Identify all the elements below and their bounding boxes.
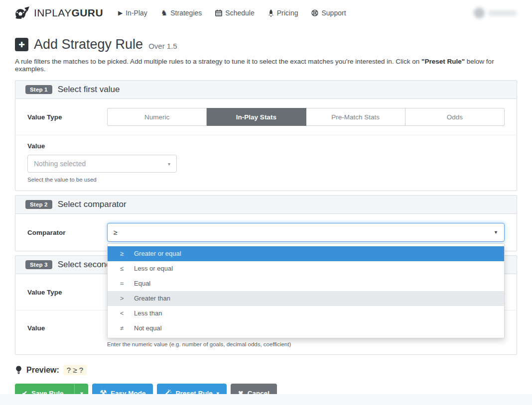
comparator-select-wrap: ≥ ▼ ≥ Greater or equal ≤ Less or equal =… [107,223,505,242]
option-label: Not equal [134,324,162,332]
eq-symbol: = [120,280,126,288]
user-menu[interactable] [474,7,517,18]
description-bold: "Preset Rule" [421,58,465,65]
lt-symbol: < [120,309,126,317]
value-type-label: Value Type [27,289,107,296]
value-label: Value [27,319,107,332]
step1-title: Select first value [58,85,120,95]
navbar: INPLAYGURU ▶ In-Play ♞ Strategies Schedu [0,0,532,26]
option-less-or-equal[interactable]: ≤ Less or equal [108,261,504,276]
value-label: Value [27,142,505,150]
main-content: ✚ Add Strategy Rule Over 1.5 A rule filt… [0,37,532,403]
rocket-icon [268,9,274,17]
nav-label: Schedule [225,9,254,17]
option-equal[interactable]: = Equal [108,276,504,291]
nav-item-schedule[interactable]: Schedule [215,8,254,17]
nav-item-support[interactable]: Support [311,8,346,17]
value-type-prematch-stats-button[interactable]: Pre-Match Stats [306,108,405,126]
option-label: Less than [134,309,162,317]
nav-label: Strategies [170,9,202,17]
step2-header: Step 2 Select comparator [15,196,517,214]
rule-preview: Preview: ? ≥ ? [15,365,517,375]
option-less-than[interactable]: < Less than [108,306,504,321]
step2-comparator-row: Comparator ≥ ▼ ≥ Greater or equal ≤ Less… [15,214,517,251]
gt-symbol: > [120,295,126,303]
option-label: Greater or equal [134,250,181,258]
option-not-equal[interactable]: ≠ Not equal [108,321,504,336]
comparator-label: Comparator [27,229,107,236]
value-select-placeholder: Nothing selected [34,160,86,168]
value-type-label: Value Type [27,113,107,121]
value-type-numeric-button[interactable]: Numeric [107,108,207,126]
brand-name: INPLAYGURU [34,7,103,19]
preview-label: Preview: [26,366,59,375]
step1-badge: Step 1 [25,85,52,94]
comparator-selected-value: ≥ [114,228,118,236]
step1-panel: Step 1 Select first value Value Type Num… [15,80,517,191]
page-description: A rule filters the matches to be picked.… [15,58,517,73]
life-ring-icon [311,9,318,16]
comparator-dropdown: ≥ Greater or equal ≤ Less or equal = Equ… [107,243,505,338]
nav-label: Support [321,9,346,17]
value-type-group: Numeric In-Play Stats Pre-Match Stats Od… [107,108,505,126]
step2-title: Select comparator [58,200,127,209]
user-name-redacted [488,10,517,16]
caret-down-icon: ▾ [168,161,170,167]
step2-panel: Step 2 Select comparator Comparator ≥ ▼ … [15,195,517,251]
play-icon: ▶ [118,9,123,16]
nav-label: In-Play [126,9,147,17]
nav-item-strategies[interactable]: ♞ Strategies [161,8,202,17]
option-greater-or-equal[interactable]: ≥ Greater or equal [108,246,504,261]
soccer-ball-arrow-logo-icon [15,6,30,20]
numeric-value-help-text: Enter the numeric value (e.g. number of … [107,341,505,347]
page-title-text: Add Strategy Rule [34,37,143,52]
step1-header: Step 1 Select first value [15,81,517,99]
nav-item-pricing[interactable]: Pricing [268,8,298,17]
avatar [474,7,485,18]
nav-item-inplay[interactable]: ▶ In-Play [118,8,147,17]
description-text: A rule filters the matches to be picked.… [15,58,421,65]
preview-expression: ? ≥ ? [63,365,87,375]
option-label: Equal [134,280,150,288]
footer-strip [0,394,532,405]
step2-badge: Step 2 [25,200,52,209]
page-title: ✚ Add Strategy Rule Over 1.5 [15,37,517,52]
strategies-icon: ♞ [161,8,167,17]
plus-square-icon: ✚ [15,38,28,51]
step1-value-section: Value Nothing selected ▾ Select the valu… [15,135,517,191]
option-label: Less or equal [134,265,173,273]
lte-symbol: ≤ [120,265,126,273]
caret-down-icon: ▼ [494,230,498,235]
option-greater-than[interactable]: > Greater than [108,291,504,306]
calendar-icon [215,9,222,16]
lightbulb-icon [15,366,22,375]
comparator-select[interactable]: ≥ ▼ [107,223,505,242]
nav-links: ▶ In-Play ♞ Strategies Schedule [118,8,346,17]
neq-symbol: ≠ [120,324,126,332]
value-type-inplay-stats-button[interactable]: In-Play Stats [207,108,306,126]
gte-symbol: ≥ [120,250,126,258]
brand-logo[interactable]: INPLAYGURU [15,6,103,20]
strategy-name: Over 1.5 [148,42,177,50]
value-type-odds-button[interactable]: Odds [405,108,505,126]
value-help-text: Select the value to be used [27,177,505,183]
option-label: Greater than [134,295,170,303]
value-select[interactable]: Nothing selected ▾ [27,155,177,173]
nav-label: Pricing [277,9,298,17]
step3-badge: Step 3 [25,260,52,269]
step1-value-type-row: Value Type Numeric In-Play Stats Pre-Mat… [15,99,517,135]
